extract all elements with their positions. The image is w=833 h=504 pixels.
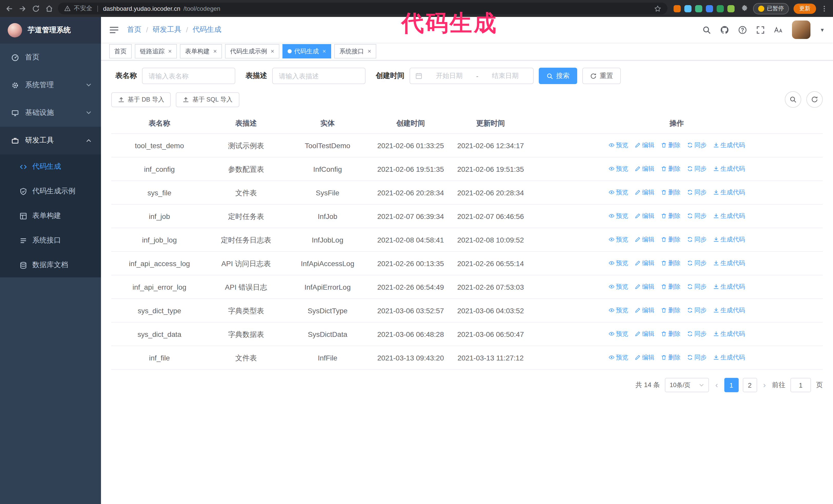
table-desc-input[interactable] [272,68,365,84]
close-icon[interactable]: × [168,48,172,55]
action-delete[interactable]: 删除 [661,163,681,174]
tab-home[interactable]: 首页 [109,44,132,58]
sidebar-subitem-db-doc[interactable]: 数据库文档 [0,253,101,278]
bookmark-star-icon[interactable] [654,5,661,12]
action-generate-code[interactable]: 生成代码 [713,140,745,151]
sidebar-subitem-system-api[interactable]: 系统接口 [0,228,101,253]
sidebar-item-system[interactable]: 系统管理 [0,71,101,99]
tab-form-builder[interactable]: 表单构建× [180,44,222,58]
extension-icon[interactable] [728,5,735,12]
action-preview[interactable]: 预览 [608,328,628,339]
action-delete[interactable]: 删除 [661,281,681,292]
browser-menu-icon[interactable] [821,5,828,12]
tab-codegen[interactable]: 代码生成× [282,44,331,58]
next-page-button[interactable]: › [762,380,767,390]
extension-icon[interactable] [717,5,724,12]
action-generate-code[interactable]: 生成代码 [713,328,745,339]
action-sync[interactable]: 同步 [687,281,707,292]
page-button-1[interactable]: 1 [724,378,738,392]
action-preview[interactable]: 预览 [608,305,628,316]
prev-page-button[interactable]: ‹ [714,380,719,390]
action-generate-code[interactable]: 生成代码 [713,257,745,269]
action-sync[interactable]: 同步 [687,234,707,245]
action-edit[interactable]: 编辑 [634,140,654,151]
action-generate-code[interactable]: 生成代码 [713,210,745,221]
search-button[interactable] [702,25,711,34]
action-edit[interactable]: 编辑 [634,352,654,363]
breadcrumb-item[interactable]: 代码生成 [193,25,221,34]
action-preview[interactable]: 预览 [608,140,628,151]
refresh-table-button[interactable] [806,91,823,108]
tab-trace[interactable]: 链路追踪× [135,44,177,58]
reload-button[interactable] [32,4,40,13]
action-sync[interactable]: 同步 [687,352,707,363]
table-name-input[interactable] [142,68,235,84]
action-preview[interactable]: 预览 [608,210,628,221]
action-delete[interactable]: 删除 [661,210,681,221]
action-edit[interactable]: 编辑 [634,234,654,245]
action-delete[interactable]: 删除 [661,140,681,151]
sidebar-item-home[interactable]: 首页 [0,44,101,71]
avatar[interactable] [792,21,810,39]
reset-button[interactable]: 重置 [582,68,621,84]
action-delete[interactable]: 删除 [661,352,681,363]
back-button[interactable] [5,4,13,13]
action-generate-code[interactable]: 生成代码 [713,305,745,316]
action-edit[interactable]: 编辑 [634,257,654,269]
close-icon[interactable]: × [271,48,274,55]
hamburger-icon[interactable] [109,25,119,34]
page-button-2[interactable]: 2 [742,378,757,392]
action-delete[interactable]: 删除 [661,257,681,269]
import-sql-button[interactable]: 基于 SQL 导入 [176,92,239,107]
home-button[interactable] [45,4,53,13]
extension-icon[interactable] [673,5,681,12]
breadcrumb-item[interactable]: 首页 [127,25,142,34]
action-preview[interactable]: 预览 [608,234,628,245]
action-edit[interactable]: 编辑 [634,210,654,221]
sidebar-subitem-form-builder[interactable]: 表单构建 [0,203,101,228]
import-db-button[interactable]: 基于 DB 导入 [111,92,171,107]
action-edit[interactable]: 编辑 [634,187,654,198]
action-sync[interactable]: 同步 [687,257,707,269]
action-delete[interactable]: 删除 [661,328,681,339]
github-button[interactable] [720,25,729,34]
action-sync[interactable]: 同步 [687,210,707,221]
close-icon[interactable]: × [323,48,326,55]
extensions-puzzle-icon[interactable] [741,5,748,12]
goto-page-input[interactable] [790,378,811,392]
sidebar-subitem-codegen-example[interactable]: 代码生成示例 [0,179,101,203]
date-range-picker[interactable]: 开始日期 - 结束日期 [410,68,533,84]
action-edit[interactable]: 编辑 [634,163,654,174]
action-sync[interactable]: 同步 [687,187,707,198]
logo[interactable]: 芋道管理系统 [0,17,101,44]
action-delete[interactable]: 删除 [661,187,681,198]
action-preview[interactable]: 预览 [608,187,628,198]
question-button[interactable] [738,25,747,34]
action-edit[interactable]: 编辑 [634,305,654,316]
toggle-search-button[interactable] [785,91,801,108]
action-preview[interactable]: 预览 [608,163,628,174]
action-sync[interactable]: 同步 [687,305,707,316]
action-preview[interactable]: 预览 [608,281,628,292]
address-bar[interactable]: 不安全 dashboard.yudao.iocoder.cn/tool/code… [58,3,667,14]
close-icon[interactable]: × [367,48,371,55]
action-generate-code[interactable]: 生成代码 [713,187,745,198]
extension-icon[interactable] [706,5,713,12]
tab-system-api[interactable]: 系统接口× [334,44,376,58]
action-generate-code[interactable]: 生成代码 [713,281,745,292]
sidebar-subitem-codegen[interactable]: 代码生成 [0,154,101,179]
page-size-select[interactable]: 10条/页 [665,378,709,392]
sidebar-item-dev-tools[interactable]: 研发工具 [0,127,101,154]
close-icon[interactable]: × [213,48,217,55]
fullscreen-button[interactable] [756,25,765,34]
action-preview[interactable]: 预览 [608,352,628,363]
action-edit[interactable]: 编辑 [634,328,654,339]
action-sync[interactable]: 同步 [687,163,707,174]
action-preview[interactable]: 预览 [608,257,628,269]
action-sync[interactable]: 同步 [687,328,707,339]
action-generate-code[interactable]: 生成代码 [713,234,745,245]
font-size-button[interactable] [774,25,783,34]
extension-icon[interactable] [695,5,702,12]
update-button[interactable]: 更新 [793,3,816,14]
action-delete[interactable]: 删除 [661,305,681,316]
